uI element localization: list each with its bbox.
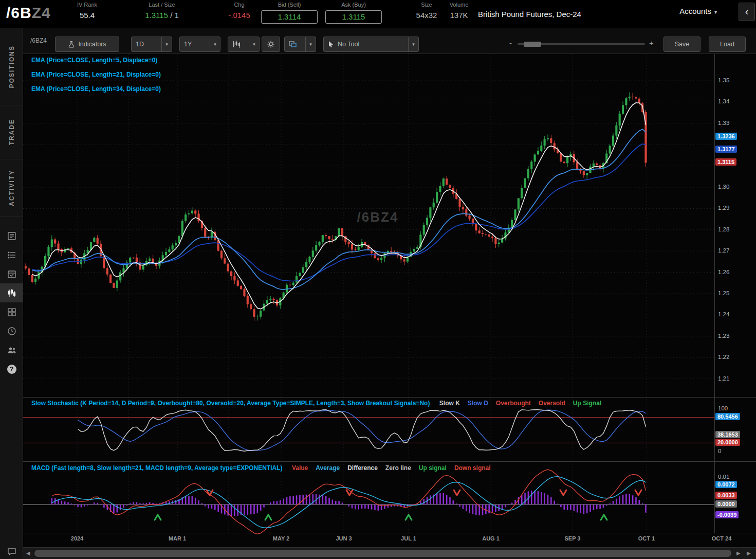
flask-icon bbox=[68, 41, 75, 48]
x-axis-label: 2024 bbox=[71, 535, 83, 542]
legend-item: Oversold bbox=[539, 400, 565, 407]
legend-item: Value bbox=[292, 464, 308, 472]
iv-rank-value: 55.4 bbox=[63, 10, 112, 21]
ask-label: Ask (Buy) bbox=[325, 1, 382, 9]
save-button[interactable]: Save bbox=[663, 37, 700, 52]
zoom-out-button[interactable]: - bbox=[509, 39, 512, 47]
timeframe-value: 1D bbox=[136, 41, 144, 48]
size-stat: Size 54x32 bbox=[408, 1, 445, 21]
news-icon[interactable] bbox=[0, 226, 23, 245]
ema-study-label[interactable]: EMA (Price=CLOSE, Length=34, Displace=0) bbox=[31, 85, 161, 93]
left-sidebar: POSITIONS TRADE ACTIVITY bbox=[0, 28, 23, 559]
chat-icon[interactable] bbox=[0, 546, 23, 557]
instrument-title: British Pound Futures, Dec-24 bbox=[478, 10, 581, 19]
timeframe-dropdown[interactable]: 1D ▾ bbox=[131, 37, 172, 52]
sidebar-tab-positions[interactable]: POSITIONS bbox=[0, 28, 23, 105]
clock-icon[interactable] bbox=[0, 321, 23, 340]
question-glyph: ? bbox=[7, 365, 16, 374]
scroll-right-end-icon[interactable]: ▶ bbox=[747, 550, 751, 556]
cursor-icon bbox=[328, 41, 334, 48]
legend-item: Average bbox=[316, 464, 340, 472]
layers-icon bbox=[289, 41, 297, 48]
tab-activity-label: ACTIVITY bbox=[8, 170, 15, 206]
chart-icon[interactable] bbox=[0, 283, 23, 302]
stoch-study-label[interactable]: Slow Stochastic (K Period=14, D Period=9… bbox=[31, 400, 430, 407]
chg-value: -.0145 bbox=[210, 10, 269, 21]
macd-legend: ValueAverageDifferenceZero lineUp signal… bbox=[284, 464, 491, 472]
gear-icon bbox=[267, 40, 275, 48]
help-icon[interactable]: ? bbox=[0, 359, 23, 378]
last-size-value: 1.3115 / 1 bbox=[123, 10, 200, 21]
people-icon[interactable] bbox=[0, 340, 23, 359]
scrollbar-thumb[interactable] bbox=[34, 550, 731, 557]
chart-style-dropdown[interactable]: ▾ bbox=[284, 37, 316, 52]
indicators-button[interactable]: Indicators bbox=[55, 37, 119, 52]
x-axis-label: JUL 1 bbox=[401, 535, 416, 542]
chevron-down-icon: ▾ bbox=[249, 37, 259, 51]
sidebar-tab-activity[interactable]: ACTIVITY bbox=[0, 159, 23, 217]
ema-study-label[interactable]: EMA (Price=CLOSE, Length=21, Displace=0) bbox=[31, 70, 161, 79]
tab-positions-label: POSITIONS bbox=[8, 45, 15, 88]
drawing-tool-dropdown[interactable]: No Tool ▾ bbox=[323, 37, 419, 52]
ask-stat: Ask (Buy) 1.3115 bbox=[325, 1, 382, 24]
chg-label: Chg bbox=[210, 1, 269, 9]
range-value: 1Y bbox=[184, 41, 192, 48]
stoch-legend: Slow KSlow DOverboughtOversoldUp Signal bbox=[432, 400, 601, 407]
chart-canvas[interactable] bbox=[23, 28, 756, 559]
legend-item: Up Signal bbox=[573, 400, 601, 407]
chevron-down-icon: ▾ bbox=[161, 37, 172, 51]
tab-trade-label: TRADE bbox=[8, 119, 15, 145]
size-label: Size bbox=[408, 1, 445, 9]
zoom-slider[interactable] bbox=[518, 43, 645, 45]
volume-value: 137K bbox=[443, 10, 475, 21]
x-axis-label: MAY 2 bbox=[273, 535, 289, 542]
zoom-in-button[interactable]: + bbox=[649, 39, 654, 47]
settings-button[interactable] bbox=[262, 37, 280, 52]
x-axis-label: MAR 1 bbox=[169, 535, 186, 542]
quote-header: /6BZ4 IV Rank 55.4 Last / Size 1.3115 / … bbox=[0, 0, 756, 28]
symbol-root: /6B bbox=[6, 4, 32, 21]
iv-rank-label: IV Rank bbox=[63, 1, 112, 9]
x-axis-label: AUG 1 bbox=[482, 535, 500, 542]
dashboard-grid-icon[interactable] bbox=[0, 302, 23, 321]
legend-item: Slow K bbox=[439, 400, 460, 407]
toolbar-symbol: /6BZ4 bbox=[30, 37, 47, 44]
trading-app: { "glyphs": {"caret": "▾", "left_arrow":… bbox=[0, 0, 756, 559]
load-button[interactable]: Load bbox=[709, 37, 746, 52]
chart-type-dropdown[interactable]: ▾ bbox=[228, 37, 260, 52]
chart-scrollbar[interactable]: ◀ ▶ ▶ bbox=[23, 547, 756, 559]
chart-toolbar: /6BZ4 Indicators 1D ▾ 1Y ▾ ▾ bbox=[23, 28, 756, 53]
legend-item: Slow D bbox=[468, 400, 488, 407]
symbol-contract: Z4 bbox=[32, 4, 51, 21]
bid-button[interactable]: 1.3114 bbox=[261, 10, 318, 24]
legend-item: Up signal bbox=[419, 464, 447, 472]
ema-labels: EMA (Price=CLOSE, Length=5, Displace=0)E… bbox=[31, 56, 161, 99]
ema-study-label[interactable]: EMA (Price=CLOSE, Length=5, Displace=0) bbox=[31, 56, 161, 64]
legend-item: Difference bbox=[347, 464, 378, 472]
bid-label: Bid (Sell) bbox=[261, 1, 318, 9]
sidebar-tab-trade[interactable]: TRADE bbox=[0, 105, 23, 159]
last-value: 1.3115 bbox=[145, 11, 168, 20]
ask-button[interactable]: 1.3115 bbox=[325, 10, 382, 24]
chevron-down-icon: ▾ bbox=[714, 9, 717, 15]
chg-stat: Chg -.0145 bbox=[210, 1, 269, 21]
indicators-label: Indicators bbox=[78, 41, 106, 48]
macd-study-label[interactable]: MACD (Fast length=8, Slow length=21, MAC… bbox=[31, 464, 283, 472]
x-axis-label: SEP 3 bbox=[565, 535, 581, 542]
zoom-slider-thumb[interactable] bbox=[524, 42, 541, 47]
last-size-qty: / 1 bbox=[170, 11, 179, 20]
scroll-left-icon[interactable]: ◀ bbox=[26, 550, 30, 556]
x-axis-label: OCT 1 bbox=[638, 535, 655, 542]
legend-item: Overbought bbox=[496, 400, 531, 407]
legend-item: Down signal bbox=[454, 464, 491, 472]
range-dropdown[interactable]: 1Y ▾ bbox=[179, 37, 220, 52]
candle-chart-icon bbox=[232, 41, 241, 48]
calendar-icon[interactable] bbox=[0, 264, 23, 283]
accounts-menu[interactable]: Accounts▾ bbox=[679, 7, 717, 15]
list-icon[interactable] bbox=[0, 245, 23, 264]
accounts-label: Accounts bbox=[679, 7, 711, 15]
x-axis: 2024MAR 1MAY 2JUN 3JUL 1AUG 1SEP 3OCT 1O… bbox=[23, 535, 756, 546]
scroll-right-icon[interactable]: ▶ bbox=[736, 550, 741, 556]
collapse-panel-button[interactable]: ‹ bbox=[739, 3, 755, 21]
x-axis-label: OCT 24 bbox=[712, 535, 732, 542]
